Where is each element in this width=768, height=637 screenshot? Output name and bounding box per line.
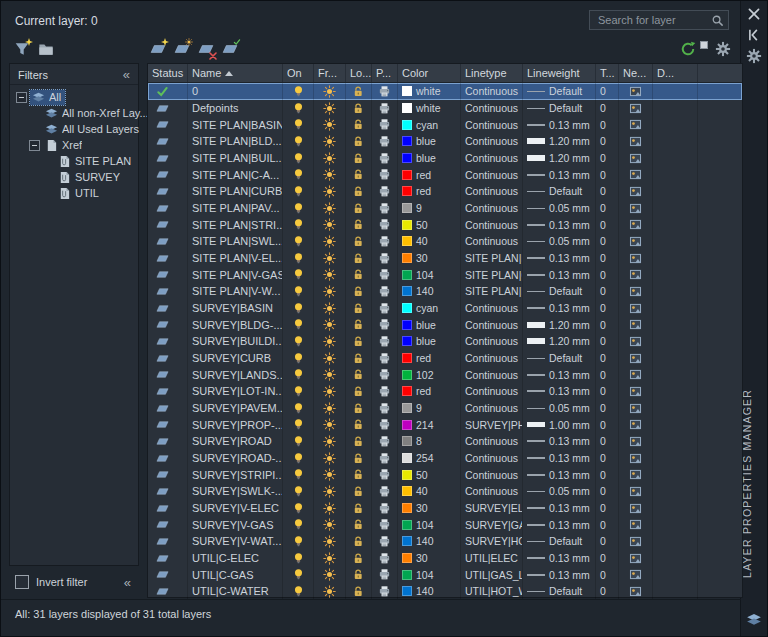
new-vp-freeze-cell[interactable] (619, 283, 653, 300)
plot-toggle[interactable] (372, 483, 398, 500)
layer-name[interactable]: SURVEY|SWLK-... (188, 483, 283, 500)
layer-name[interactable]: SURVEY|V-ELEC (188, 500, 283, 517)
plot-toggle[interactable] (372, 450, 398, 467)
description-cell[interactable] (653, 166, 698, 183)
lock-toggle[interactable] (346, 216, 372, 233)
freeze-toggle[interactable] (314, 433, 346, 450)
status-cell[interactable] (148, 350, 188, 367)
description-cell[interactable] (653, 116, 698, 133)
status-cell[interactable] (148, 333, 188, 350)
column-header-t[interactable]: T... (596, 64, 619, 82)
on-toggle[interactable] (283, 400, 314, 417)
new-vp-freeze-cell[interactable] (619, 333, 653, 350)
transparency-cell[interactable]: 0 (596, 566, 619, 583)
search-input[interactable] (596, 13, 711, 27)
lock-toggle[interactable] (346, 233, 372, 250)
on-toggle[interactable] (283, 116, 314, 133)
transparency-cell[interactable]: 0 (596, 200, 619, 217)
on-toggle[interactable] (283, 533, 314, 550)
lock-toggle[interactable] (346, 416, 372, 433)
column-header-d[interactable]: D... (653, 64, 698, 82)
description-cell[interactable] (653, 433, 698, 450)
description-cell[interactable] (653, 566, 698, 583)
lineweight-cell[interactable]: 1.20 mm (523, 150, 596, 167)
status-cell[interactable] (148, 400, 188, 417)
color-cell[interactable]: blue (398, 316, 461, 333)
linetype-cell[interactable]: SITE PLAN|H... (461, 283, 523, 300)
linetype-cell[interactable]: Continuous (461, 366, 523, 383)
table-row[interactable]: UTIL|C-WATER 140 UTIL|HOT_W... Default 0 (148, 583, 742, 600)
freeze-toggle[interactable] (314, 566, 346, 583)
lineweight-cell[interactable]: Default (523, 100, 596, 117)
freeze-toggle[interactable] (314, 450, 346, 467)
table-row[interactable]: SITE PLAN|PAV... 9 Continuous 0.05 mm 0 (148, 200, 742, 217)
lock-toggle[interactable] (346, 466, 372, 483)
lineweight-cell[interactable]: 1.20 mm (523, 316, 596, 333)
lock-toggle[interactable] (346, 450, 372, 467)
status-cell[interactable] (148, 316, 188, 333)
layer-name[interactable]: SURVEY|V-GAS (188, 516, 283, 533)
table-row[interactable]: UTIL|C-ELEC 30 UTIL|ELEC 0.13 mm 0 (148, 550, 742, 567)
table-row[interactable]: SURVEY|PAVEM... 9 Continuous 0.05 mm 0 (148, 400, 742, 417)
new-layer-vp-frozen-button[interactable] (173, 40, 191, 58)
linetype-cell[interactable]: Continuous (461, 183, 523, 200)
plot-toggle[interactable] (372, 266, 398, 283)
color-cell[interactable]: cyan (398, 300, 461, 317)
freeze-toggle[interactable] (314, 133, 346, 150)
freeze-toggle[interactable] (314, 366, 346, 383)
table-row[interactable]: SITE PLAN|C-A... red Continuous 0.13 mm … (148, 166, 742, 183)
table-row[interactable]: SITE PLAN|V-W... 140 SITE PLAN|H... Defa… (148, 283, 742, 300)
linetype-cell[interactable]: Continuous (461, 116, 523, 133)
on-toggle[interactable] (283, 383, 314, 400)
linetype-cell[interactable]: Continuous (461, 400, 523, 417)
lineweight-cell[interactable]: Default (523, 183, 596, 200)
lock-toggle[interactable] (346, 83, 372, 100)
lineweight-cell[interactable]: 0.13 mm (523, 500, 596, 517)
column-header-ne[interactable]: Ne... (619, 64, 653, 82)
layer-name[interactable]: SITE PLAN|BUIL... (188, 150, 283, 167)
new-vp-freeze-cell[interactable] (619, 400, 653, 417)
transparency-cell[interactable]: 0 (596, 350, 619, 367)
table-row[interactable]: SURVEY|V-GAS 104 SURVEY|GA... 0.13 mm 0 (148, 516, 742, 533)
lock-toggle[interactable] (346, 483, 372, 500)
description-cell[interactable] (653, 466, 698, 483)
linetype-cell[interactable]: UTIL|ELEC (461, 550, 523, 567)
search-icon[interactable] (711, 14, 724, 27)
color-cell[interactable]: 254 (398, 450, 461, 467)
new-group-filter-button[interactable] (37, 40, 55, 58)
lock-toggle[interactable] (346, 183, 372, 200)
status-cell[interactable] (148, 233, 188, 250)
layer-name[interactable]: SITE PLAN|BASIN (188, 116, 283, 133)
color-cell[interactable]: white (398, 83, 461, 100)
color-cell[interactable]: 104 (398, 266, 461, 283)
new-vp-freeze-cell[interactable] (619, 466, 653, 483)
lineweight-cell[interactable]: Default (523, 350, 596, 367)
linetype-cell[interactable]: Continuous (461, 450, 523, 467)
new-vp-freeze-cell[interactable] (619, 383, 653, 400)
status-cell[interactable] (148, 150, 188, 167)
freeze-toggle[interactable] (314, 200, 346, 217)
layer-name[interactable]: UTIL|C-GAS (188, 566, 283, 583)
transparency-cell[interactable]: 0 (596, 483, 619, 500)
table-row[interactable]: SITE PLAN|V-EL... 30 SITE PLAN|E... 0.13… (148, 250, 742, 267)
new-vp-freeze-cell[interactable] (619, 516, 653, 533)
lock-toggle[interactable] (346, 533, 372, 550)
freeze-toggle[interactable] (314, 166, 346, 183)
column-header-linetype[interactable]: Linetype (461, 64, 523, 82)
transparency-cell[interactable]: 0 (596, 283, 619, 300)
plot-toggle[interactable] (372, 316, 398, 333)
on-toggle[interactable] (283, 350, 314, 367)
linetype-cell[interactable]: Continuous (461, 433, 523, 450)
description-cell[interactable] (653, 100, 698, 117)
layer-name[interactable]: SURVEY|V-WAT... (188, 533, 283, 550)
on-toggle[interactable] (283, 133, 314, 150)
description-cell[interactable] (653, 83, 698, 100)
status-cell[interactable] (148, 200, 188, 217)
new-vp-freeze-cell[interactable] (619, 233, 653, 250)
color-cell[interactable]: 30 (398, 550, 461, 567)
new-vp-freeze-cell[interactable] (619, 83, 653, 100)
linetype-cell[interactable]: Continuous (461, 350, 523, 367)
new-vp-freeze-cell[interactable] (619, 416, 653, 433)
plot-toggle[interactable] (372, 83, 398, 100)
on-toggle[interactable] (283, 100, 314, 117)
